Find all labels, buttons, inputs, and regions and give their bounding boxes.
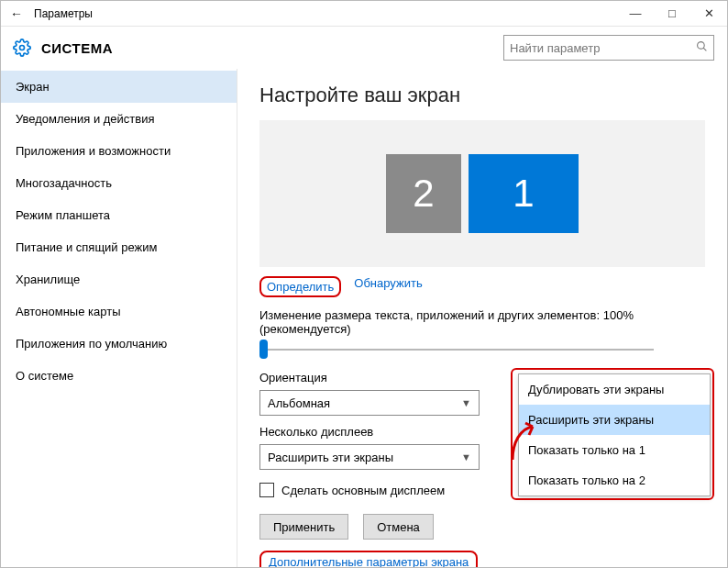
sidebar-item-notifications[interactable]: Уведомления и действия [1, 103, 237, 135]
window-title: Параметры [32, 7, 93, 20]
monitor-1[interactable]: 1 [469, 154, 579, 233]
annotation-arrow-icon [507, 421, 540, 463]
section-title: СИСТЕМА [41, 40, 113, 56]
maximize-button[interactable]: □ [654, 6, 690, 20]
sidebar-item-about[interactable]: О системе [1, 360, 237, 392]
sidebar: Экран Уведомления и действия Приложения … [1, 69, 237, 568]
sidebar-item-power[interactable]: Питание и спящий режим [1, 231, 237, 263]
search-input[interactable]: Найти параметр [503, 35, 714, 61]
back-button[interactable]: ← [1, 6, 32, 21]
sidebar-item-default-apps[interactable]: Приложения по умолчанию [1, 328, 237, 360]
detect-link[interactable]: Обнаружить [354, 276, 422, 297]
svg-point-1 [698, 42, 705, 50]
slider-thumb[interactable] [259, 340, 268, 359]
popup-option-only1[interactable]: Показать только на 1 [519, 435, 710, 465]
make-main-checkbox[interactable] [259, 483, 274, 497]
popup-option-duplicate[interactable]: Дублировать эти экраны [519, 374, 710, 405]
minimize-button[interactable]: — [617, 6, 654, 20]
search-placeholder: Найти параметр [510, 41, 600, 55]
advanced-settings-link[interactable]: Дополнительные параметры экрана [269, 555, 469, 568]
page-title: Настройте ваш экран [259, 84, 705, 107]
display-preview[interactable]: 2 1 [259, 120, 705, 267]
popup-option-extend[interactable]: Расширить эти экраны [519, 405, 710, 435]
titlebar: ← Параметры — □ ✕ [1, 1, 727, 27]
header: СИСТЕМА Найти параметр [1, 27, 727, 69]
cancel-button[interactable]: Отмена [363, 514, 434, 540]
sidebar-item-offline-maps[interactable]: Автономные карты [1, 295, 237, 328]
chevron-down-icon: ▼ [461, 451, 471, 462]
gear-icon [12, 38, 32, 58]
multiple-displays-popup[interactable]: Дублировать эти экраны Расширить эти экр… [518, 373, 711, 496]
apply-button[interactable]: Применить [259, 514, 348, 540]
slider-track [259, 349, 654, 351]
sidebar-item-tablet[interactable]: Режим планшета [1, 199, 237, 231]
highlight-identify: Определить [259, 276, 341, 297]
orientation-dropdown[interactable]: Альбомная ▼ [259, 390, 480, 416]
make-main-label: Сделать основным дисплеем [281, 484, 445, 497]
multiple-displays-value: Расширить эти экраны [268, 451, 393, 464]
highlight-advanced: Дополнительные параметры экрана [259, 551, 478, 568]
close-button[interactable]: ✕ [690, 6, 727, 20]
chevron-down-icon: ▼ [461, 397, 471, 408]
svg-line-2 [703, 48, 706, 50]
svg-point-0 [20, 46, 25, 50]
popup-option-only2[interactable]: Показать только на 2 [519, 465, 710, 496]
scale-slider[interactable] [259, 343, 654, 356]
sidebar-item-display[interactable]: Экран [1, 71, 237, 103]
monitor-2[interactable]: 2 [386, 154, 461, 233]
search-icon [696, 40, 708, 55]
sidebar-item-storage[interactable]: Хранилище [1, 263, 237, 295]
orientation-value: Альбомная [268, 396, 330, 410]
multiple-displays-dropdown[interactable]: Расширить эти экраны ▼ [259, 444, 480, 470]
scale-label: Изменение размера текста, приложений и д… [259, 308, 705, 336]
sidebar-item-multitask[interactable]: Многозадачность [1, 167, 237, 199]
sidebar-item-apps[interactable]: Приложения и возможности [1, 135, 237, 167]
identify-link[interactable]: Определить [267, 280, 334, 294]
